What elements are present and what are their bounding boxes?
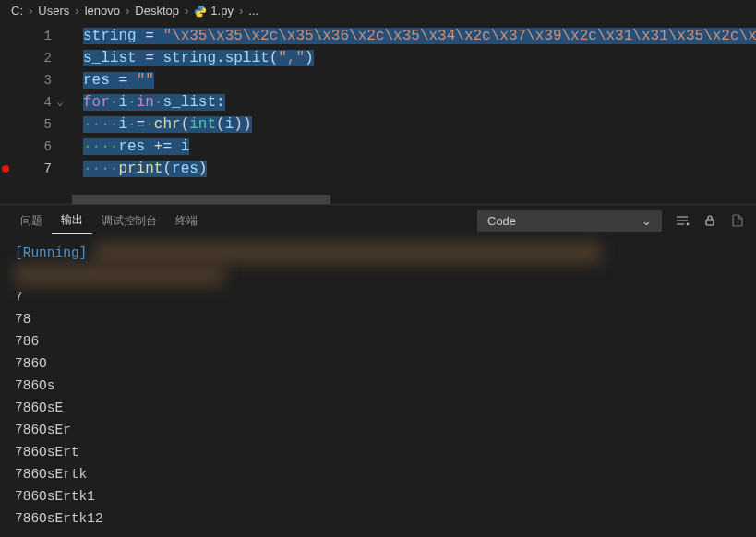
output-line: 78	[15, 308, 741, 330]
tab-terminal[interactable]: 终端	[166, 208, 207, 234]
chevron-right-icon: ›	[126, 4, 129, 18]
tab-output[interactable]: 输出	[52, 207, 92, 234]
output-line: 786OsErtk1	[15, 485, 741, 507]
breadcrumb-part[interactable]: lenovo	[85, 4, 120, 18]
code-line[interactable]: ····print(res)	[66, 158, 756, 180]
output-line: 786OsErtk12	[15, 507, 741, 530]
breadcrumb-part[interactable]: C:	[11, 4, 23, 18]
svg-rect-0	[706, 220, 714, 225]
line-number: 1	[11, 25, 66, 47]
code-line[interactable]: for·i·in·s_list:	[66, 91, 756, 113]
code-line[interactable]: res = ""	[66, 69, 756, 91]
chevron-right-icon: ›	[29, 4, 32, 18]
output-line: 786O	[15, 352, 741, 375]
code-editor[interactable]: 1234⌄567 string = "\x35\x35\x2c\x35\x36\…	[0, 21, 756, 184]
lock-icon[interactable]	[702, 213, 717, 228]
filter-selected-label: Code	[487, 214, 516, 228]
code-area[interactable]: string = "\x35\x35\x2c\x35\x36\x2c\x35\x…	[66, 25, 756, 180]
line-number: 5	[11, 113, 66, 136]
chevron-down-icon: ⌄	[642, 214, 652, 228]
breadcrumb-part[interactable]: Users	[38, 4, 69, 18]
code-line[interactable]: ····res += i	[66, 136, 756, 158]
line-number: 3	[11, 69, 66, 91]
code-line[interactable]: ····i·=·chr(int(i))	[66, 113, 756, 136]
breadcrumb[interactable]: C: › Users › lenovo › Desktop › 1.py › .…	[0, 0, 756, 21]
tab-debug-console[interactable]: 调试控制台	[92, 208, 166, 234]
breadcrumb-more[interactable]: ...	[248, 4, 258, 18]
code-line[interactable]: s_list = string.split(",")	[66, 47, 756, 69]
line-number: 6	[11, 136, 66, 158]
running-label: [Running]	[15, 245, 87, 260]
line-number: 7	[11, 158, 66, 180]
open-file-icon[interactable]	[730, 213, 745, 228]
tab-problems[interactable]: 问题	[11, 208, 52, 234]
output-line: 786OsErtk	[15, 463, 741, 485]
fold-chevron-icon[interactable]: ⌄	[54, 91, 66, 113]
breadcrumb-part[interactable]: Desktop	[135, 4, 179, 18]
bottom-panel: 问题 输出 调试控制台 终端 Code ⌄ [Running] xxxxxxxx…	[0, 204, 756, 535]
breadcrumb-file[interactable]: 1.py	[210, 4, 234, 18]
output-content[interactable]: [Running] xxxxxxxxxxxxxxxxxxxxxxxxxxxxxx…	[0, 236, 756, 535]
line-number: 2	[11, 47, 66, 69]
line-number: 4⌄	[11, 91, 66, 113]
panel-tabs: 问题 输出 调试控制台 终端 Code ⌄	[0, 205, 756, 236]
line-number-gutter: 1234⌄567	[11, 25, 66, 180]
chevron-right-icon: ›	[75, 4, 78, 18]
breakpoint-icon[interactable]	[2, 165, 9, 173]
horizontal-scrollbar[interactable]	[0, 195, 756, 204]
breakpoint-gutter[interactable]	[0, 25, 11, 180]
output-filter-select[interactable]: Code ⌄	[477, 210, 662, 232]
scrollbar-thumb[interactable]	[72, 195, 330, 204]
output-line: 786OsEr	[15, 419, 741, 441]
python-file-icon	[194, 5, 207, 18]
clear-output-icon[interactable]	[675, 213, 690, 228]
redacted-text: xxxxxxxxxxxxxxxxxxxxxxxxxxxxxxxxxxxxx xx…	[95, 242, 601, 264]
output-line: 7	[15, 286, 741, 308]
output-line: 786	[15, 330, 741, 352]
output-line: 786Os	[15, 375, 741, 397]
redacted-text: xxxxxxxxxxxxxxxxxxxxxxxxxx	[15, 264, 223, 286]
output-line: 786OsErt	[15, 441, 741, 463]
chevron-right-icon: ›	[185, 4, 188, 18]
code-line[interactable]: string = "\x35\x35\x2c\x35\x36\x2c\x35\x…	[66, 25, 756, 47]
chevron-right-icon: ›	[239, 4, 243, 18]
output-line: 786OsE	[15, 397, 741, 419]
